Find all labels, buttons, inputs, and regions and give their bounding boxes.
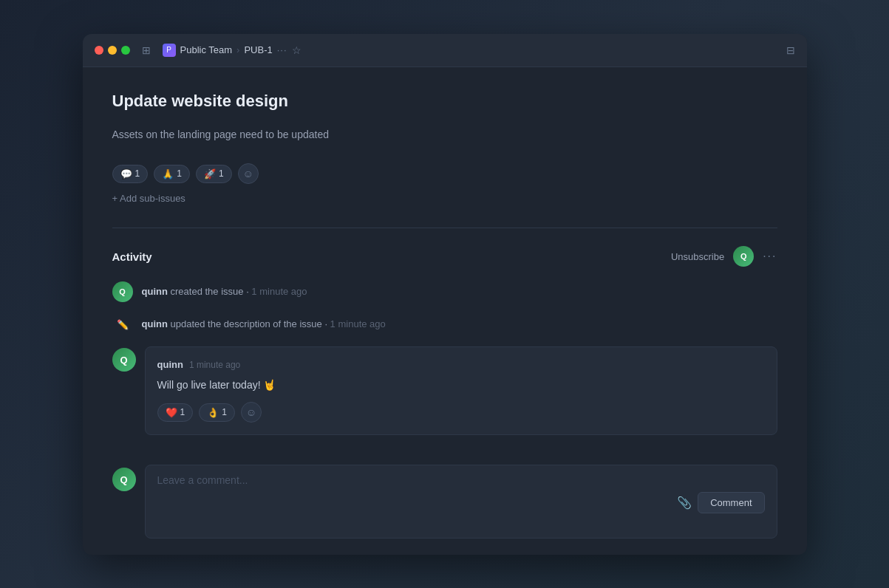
- comment-box[interactable]: Leave a comment... 📎 Comment: [145, 465, 777, 539]
- favorite-button[interactable]: ☆: [292, 44, 302, 56]
- comment-input-area: Q Leave a comment... 📎 Comment: [112, 465, 777, 539]
- breadcrumb: P Public Team › PUB-1 ··· ☆: [163, 44, 777, 57]
- titlebar: ⊞ P Public Team › PUB-1 ··· ☆ ⊟: [83, 34, 807, 67]
- activity-text-created: quinn created the issue · 1 minute ago: [142, 281, 307, 299]
- comment-placeholder: Leave a comment...: [157, 474, 765, 486]
- comment-add-reaction-button[interactable]: ☺: [241, 402, 262, 423]
- activity-item-created: Q quinn created the issue · 1 minute ago: [112, 281, 777, 302]
- issue-content: Update website design Assets on the land…: [83, 67, 807, 555]
- maximize-button[interactable]: [121, 46, 130, 55]
- activity-item-updated: ✏️ quinn updated the description of the …: [112, 314, 777, 335]
- comment-wrapper: Q quinn 1 minute ago Will go live later …: [112, 346, 777, 450]
- comment-header: quinn 1 minute ago: [157, 359, 765, 370]
- reaction-count-2: 1: [177, 168, 182, 179]
- activity-text-updated: quinn updated the description of the iss…: [142, 314, 386, 332]
- unsubscribe-button[interactable]: Unsubscribe: [671, 251, 724, 262]
- comment-reaction-emoji-2: 👌: [207, 407, 219, 418]
- activity-time: 1 minute ago: [251, 286, 307, 297]
- activity-avatar-quinn: Q: [112, 281, 133, 302]
- add-sub-issues-button[interactable]: + Add sub-issues: [112, 193, 777, 204]
- activity-more-button[interactable]: ···: [763, 250, 777, 263]
- issue-title: Update website design: [112, 91, 777, 112]
- issue-description: Assets on the landing page need to be up…: [112, 126, 777, 143]
- attach-icon[interactable]: 📎: [677, 496, 692, 510]
- section-divider: [112, 228, 777, 228]
- comment-box-footer: 📎 Comment: [157, 492, 765, 513]
- main-window: ⊞ P Public Team › PUB-1 ··· ☆ ⊟ Update w…: [83, 34, 807, 555]
- activity-user-name: quinn: [142, 286, 168, 297]
- reaction-count-1: 1: [135, 168, 140, 179]
- commenter-avatar: Q: [112, 468, 136, 491]
- comment-reaction-2[interactable]: 👌 1: [199, 403, 235, 422]
- add-reaction-button[interactable]: ☺: [238, 163, 259, 184]
- pencil-icon: ✏️: [112, 314, 133, 335]
- reaction-badge-2[interactable]: 🙏 1: [154, 165, 190, 183]
- activity-header: Activity Unsubscribe Q ···: [112, 246, 777, 267]
- comment-avatar: Q: [112, 348, 136, 372]
- activity-time-2: 1 minute ago: [330, 318, 386, 329]
- comment-reaction-1[interactable]: ❤️ 1: [157, 403, 194, 422]
- activity-user-name-2: quinn: [142, 318, 168, 329]
- activity-title: Activity: [112, 250, 152, 263]
- activity-actions: Unsubscribe Q ···: [671, 246, 777, 267]
- comment-reaction-count-2: 1: [222, 407, 227, 417]
- reaction-emoji-1: 💬: [120, 168, 132, 180]
- comment-author: quinn: [157, 359, 183, 370]
- reaction-emoji-3: 🚀: [204, 168, 216, 180]
- more-options-button[interactable]: ···: [277, 44, 287, 55]
- comment-reactions: ❤️ 1 👌 1 ☺: [157, 402, 765, 423]
- sidebar-toggle[interactable]: ⊞: [139, 43, 154, 58]
- breadcrumb-separator: ›: [236, 44, 239, 55]
- team-icon: P: [163, 44, 176, 57]
- activity-action-2: updated the description of the issue ·: [171, 318, 330, 329]
- reaction-emoji-2: 🙏: [162, 168, 174, 180]
- comment-body: Will go live later today! 🤘: [157, 377, 765, 393]
- reaction-count-3: 1: [219, 168, 224, 179]
- comment-reaction-count-1: 1: [180, 407, 185, 417]
- breadcrumb-issue[interactable]: PUB-1: [244, 44, 272, 55]
- issue-reactions: 💬 1 🙏 1 🚀 1 ☺: [112, 163, 777, 184]
- activity-action: created the issue ·: [171, 286, 252, 297]
- reaction-badge-1[interactable]: 💬 1: [112, 165, 149, 183]
- comment-submit-button[interactable]: Comment: [698, 492, 764, 513]
- breadcrumb-team[interactable]: Public Team: [180, 44, 233, 55]
- layout-toggle[interactable]: ⊟: [786, 44, 795, 56]
- activity-user-avatar: Q: [733, 246, 754, 267]
- close-button[interactable]: [95, 46, 103, 55]
- comment-time: 1 minute ago: [189, 360, 240, 370]
- comment-card: quinn 1 minute ago Will go live later to…: [145, 346, 777, 435]
- traffic-lights: [95, 46, 130, 55]
- comment-input-wrapper: Leave a comment... 📎 Comment: [145, 465, 777, 539]
- comment-reaction-emoji-1: ❤️: [166, 407, 177, 418]
- reaction-badge-3[interactable]: 🚀 1: [196, 165, 232, 183]
- minimize-button[interactable]: [108, 46, 117, 55]
